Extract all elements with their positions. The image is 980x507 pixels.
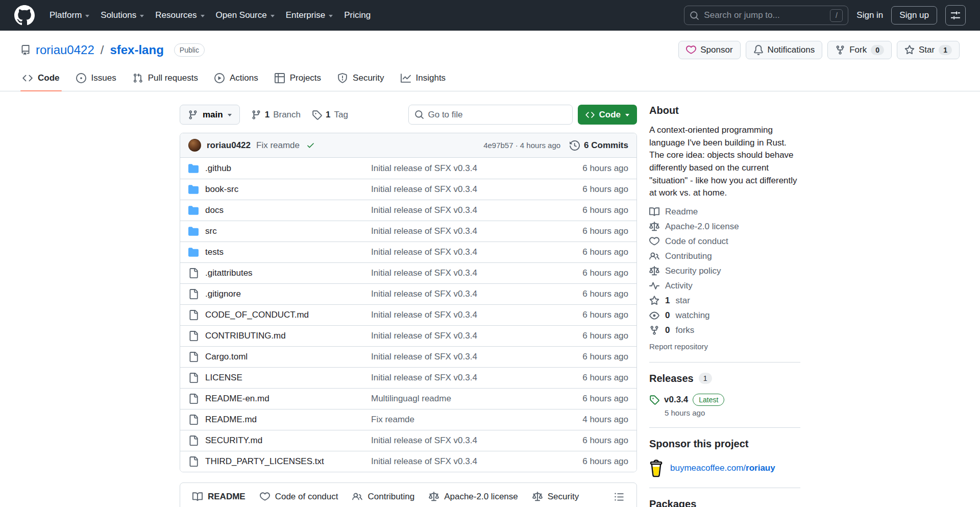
security-policy-link[interactable]: Security policy: [649, 264, 800, 279]
file-name-link[interactable]: README-en.md: [205, 394, 270, 404]
release-version-link[interactable]: v0.3.4: [664, 395, 688, 405]
commit-message-link[interactable]: Initial release of SFX v0.3.4: [371, 226, 552, 236]
sign-up-button[interactable]: Sign up: [891, 6, 937, 25]
code-of-conduct-tab[interactable]: Code of conduct: [253, 483, 346, 507]
table-row[interactable]: book-src Initial release of SFX v0.3.4 6…: [180, 179, 636, 200]
nav-resources[interactable]: Resources: [150, 6, 210, 25]
commit-message-link[interactable]: Initial release of SFX v0.3.4: [371, 331, 552, 341]
license-link[interactable]: Apache-2.0 license: [649, 220, 800, 234]
file-name-link[interactable]: src: [205, 226, 217, 236]
nav-pricing[interactable]: Pricing: [338, 6, 376, 25]
repo-name-link[interactable]: sfex-lang: [110, 43, 163, 57]
activity-link[interactable]: Activity: [649, 279, 800, 294]
nav-open-source[interactable]: Open Source: [210, 6, 280, 25]
contributing-link[interactable]: Contributing: [649, 249, 800, 264]
tab-security[interactable]: Security: [331, 65, 390, 91]
file-name-link[interactable]: .gitattributes: [205, 268, 253, 278]
table-row[interactable]: src Initial release of SFX v0.3.4 6 hour…: [180, 221, 636, 242]
branch-selector[interactable]: main: [180, 105, 240, 125]
go-to-file-box[interactable]: [408, 105, 573, 125]
file-name-link[interactable]: CODE_OF_CONDUCT.md: [205, 310, 309, 320]
file-name-link[interactable]: tests: [205, 247, 224, 257]
security-tab[interactable]: Security: [525, 483, 586, 507]
file-name-link[interactable]: CONTRIBUTING.md: [205, 331, 286, 341]
star-button[interactable]: Star 1: [897, 41, 960, 59]
file-name-link[interactable]: .gitignore: [205, 289, 241, 299]
releases-title[interactable]: Releases 1: [649, 373, 800, 384]
commit-author-link[interactable]: roriau0422: [207, 140, 251, 151]
table-row[interactable]: .gitattributes Initial release of SFX v0…: [180, 262, 636, 283]
tab-projects[interactable]: Projects: [268, 65, 327, 91]
tab-code[interactable]: Code: [16, 65, 66, 91]
search-input[interactable]: [704, 10, 825, 20]
fork-button[interactable]: Fork 0: [827, 41, 892, 59]
contributing-tab[interactable]: Contributing: [345, 483, 422, 507]
commit-message-link[interactable]: Initial release of SFX v0.3.4: [371, 352, 552, 362]
table-row[interactable]: .gitignore Initial release of SFX v0.3.4…: [180, 283, 636, 304]
file-name-link[interactable]: SECURITY.md: [205, 436, 262, 446]
watchers-link[interactable]: 0 watching: [649, 308, 800, 323]
table-row[interactable]: docs Initial release of SFX v0.3.4 6 hou…: [180, 200, 636, 221]
commit-sha-time[interactable]: 4e97b57 · 4 hours ago: [483, 141, 560, 150]
commit-history-link[interactable]: 6 Commits: [570, 140, 628, 151]
repo-owner-link[interactable]: roriau0422: [36, 43, 94, 57]
tab-insights[interactable]: Insights: [395, 65, 452, 91]
go-to-file-input[interactable]: [428, 110, 567, 120]
license-tab[interactable]: Apache-2.0 license: [422, 483, 525, 507]
table-row[interactable]: README.md Fix reamde 4 hours ago: [180, 409, 636, 430]
commit-message-link[interactable]: Initial release of SFX v0.3.4: [371, 456, 552, 467]
file-name-link[interactable]: LICENSE: [205, 373, 242, 383]
table-row[interactable]: .github Initial release of SFX v0.3.4 6 …: [180, 158, 636, 179]
commit-message-link[interactable]: Initial release of SFX v0.3.4: [371, 205, 552, 215]
table-row[interactable]: tests Initial release of SFX v0.3.4 6 ho…: [180, 242, 636, 262]
commit-message-link[interactable]: Fix reamde: [371, 415, 552, 425]
file-name-link[interactable]: docs: [205, 205, 224, 215]
report-repository-link[interactable]: Report repository: [649, 342, 708, 351]
tab-issues[interactable]: Issues: [70, 65, 122, 91]
tab-pull-requests[interactable]: Pull requests: [127, 65, 204, 91]
buymeacoffee-link[interactable]: buymeacoffee.com/roriauy: [670, 463, 775, 473]
table-row[interactable]: SECURITY.md Initial release of SFX v0.3.…: [180, 430, 636, 451]
file-name-link[interactable]: Cargo.toml: [205, 352, 248, 362]
readme-tab[interactable]: README: [185, 483, 253, 507]
outline-button[interactable]: [611, 489, 627, 505]
commit-message-link[interactable]: Initial release of SFX v0.3.4: [371, 268, 552, 278]
forks-link[interactable]: 0 forks: [649, 323, 800, 338]
sign-in-link[interactable]: Sign in: [856, 10, 883, 20]
commit-message-link[interactable]: Initial release of SFX v0.3.4: [371, 436, 552, 446]
code-of-conduct-link[interactable]: Code of conduct: [649, 234, 800, 249]
github-logo-icon[interactable]: [14, 5, 35, 26]
commit-message-link[interactable]: Initial release of SFX v0.3.4: [371, 247, 552, 257]
commit-message-link[interactable]: Initial release of SFX v0.3.4: [371, 289, 552, 299]
tags-link[interactable]: 1 Tag: [312, 110, 348, 120]
global-search[interactable]: /: [684, 6, 848, 25]
avatar[interactable]: [188, 139, 201, 152]
file-name-link[interactable]: README.md: [205, 415, 257, 425]
table-row[interactable]: README-en.md Multilinguagl readme 6 hour…: [180, 388, 636, 409]
stars-link[interactable]: 1 star: [649, 294, 800, 308]
latest-release[interactable]: v0.3.4 Latest: [649, 394, 800, 406]
commit-message-link[interactable]: Initial release of SFX v0.3.4: [371, 373, 552, 383]
check-icon[interactable]: [306, 141, 315, 150]
commit-message-link[interactable]: Multilinguagl readme: [371, 394, 552, 404]
file-name-link[interactable]: THIRD_PARTY_LICENSES.txt: [205, 456, 324, 467]
readme-link[interactable]: Readme: [649, 205, 800, 220]
table-row[interactable]: Cargo.toml Initial release of SFX v0.3.4…: [180, 346, 636, 367]
table-row[interactable]: LICENSE Initial release of SFX v0.3.4 6 …: [180, 367, 636, 388]
sponsor-button[interactable]: Sponsor: [678, 41, 740, 59]
table-row[interactable]: CODE_OF_CONDUCT.md Initial release of SF…: [180, 304, 636, 325]
commit-message-link[interactable]: Initial release of SFX v0.3.4: [371, 310, 552, 320]
commit-message-link[interactable]: Fix reamde: [256, 140, 300, 151]
file-name-link[interactable]: book-src: [205, 184, 238, 195]
tab-actions[interactable]: Actions: [208, 65, 264, 91]
nav-platform[interactable]: Platform: [44, 6, 95, 25]
nav-solutions[interactable]: Solutions: [95, 6, 150, 25]
command-palette-button[interactable]: [945, 5, 966, 26]
code-dropdown-button[interactable]: Code: [578, 105, 638, 125]
notifications-button[interactable]: Notifications: [746, 41, 823, 59]
table-row[interactable]: THIRD_PARTY_LICENSES.txt Initial release…: [180, 451, 636, 472]
commit-message-link[interactable]: Initial release of SFX v0.3.4: [371, 163, 552, 174]
nav-enterprise[interactable]: Enterprise: [280, 6, 338, 25]
commit-message-link[interactable]: Initial release of SFX v0.3.4: [371, 184, 552, 195]
file-name-link[interactable]: .github: [205, 163, 231, 174]
